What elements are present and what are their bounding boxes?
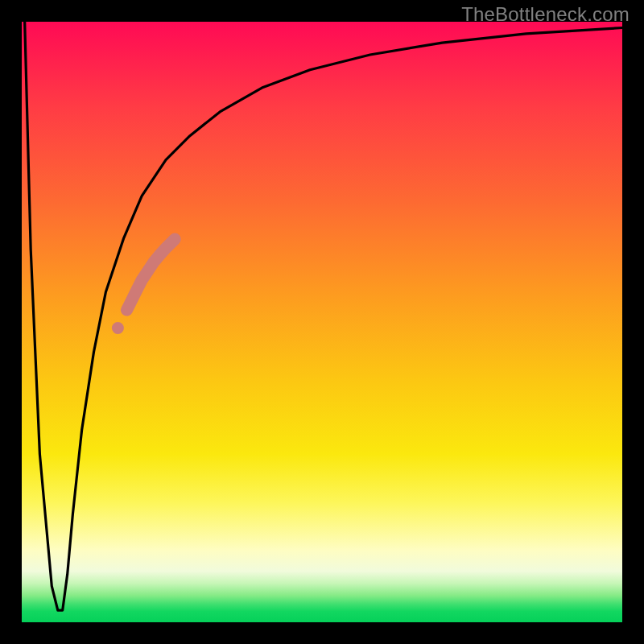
highlight-band <box>127 239 175 310</box>
bottleneck-curve <box>25 22 622 610</box>
chart-stage: TheBottleneck.com <box>0 0 644 644</box>
plot-area <box>22 22 622 622</box>
curve-layer <box>22 22 622 622</box>
highlight-dot-low <box>112 322 124 334</box>
